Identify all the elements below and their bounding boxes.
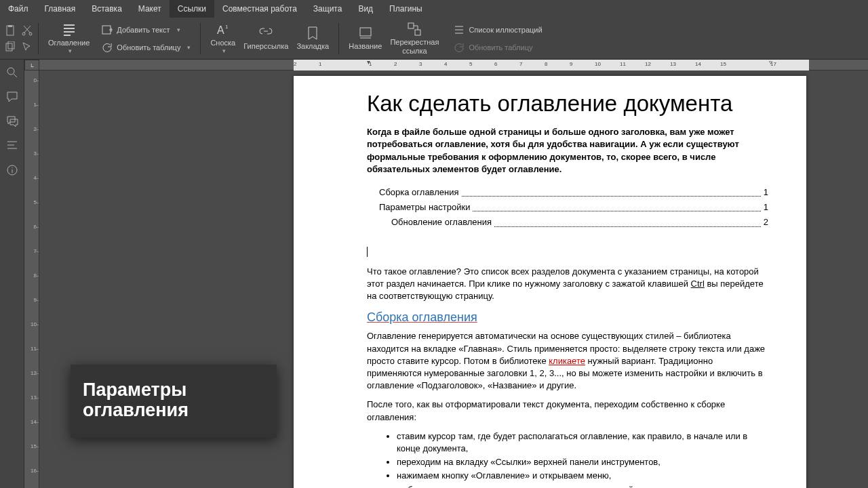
menu-плагины[interactable]: Плагины [381, 0, 431, 18]
add-text-button[interactable]: Добавить текст [98, 22, 195, 37]
copy-icon[interactable] [5, 41, 16, 52]
left-toolbar [0, 60, 24, 488]
svg-rect-11 [415, 30, 420, 35]
comment-icon[interactable] [6, 91, 18, 103]
link-icon [258, 26, 273, 41]
heading-nav-icon[interactable] [6, 140, 18, 152]
hyperlink-button[interactable]: Гиперссылка [239, 26, 292, 50]
refresh-icon [102, 42, 113, 53]
svg-rect-0 [7, 26, 14, 35]
footnote-button[interactable]: A1 Сноска [206, 22, 239, 55]
text-cursor [367, 247, 368, 257]
crossref-button[interactable]: Перекрестнаяссылка [386, 22, 443, 54]
toc-block[interactable]: Сборка оглавления 1Параметры настройки 1… [379, 186, 768, 229]
info-icon[interactable] [6, 164, 18, 176]
svg-text:A: A [217, 24, 224, 36]
bookmark-icon [305, 26, 320, 41]
svg-text:1: 1 [225, 24, 229, 30]
menu-вид[interactable]: Вид [350, 0, 381, 18]
menu-ссылки[interactable]: Ссылки [170, 0, 214, 18]
doc-title: Как сделать оглавление документа [367, 88, 768, 119]
ribbon: Оглавление Добавить текст Обновить табли… [0, 18, 868, 60]
svg-rect-1 [8, 25, 12, 27]
svg-point-12 [7, 68, 14, 75]
list-item: выбираем один из двух вариантов макета: … [397, 484, 768, 489]
list-item: нажимаем кнопку «Оглавление» и открываем… [397, 470, 768, 482]
add-text-icon [102, 24, 113, 35]
toc-entry[interactable]: Сборка оглавления 1 [379, 186, 768, 199]
refresh-icon [454, 42, 465, 53]
update-table-button[interactable]: Обновить таблицу [98, 40, 195, 55]
footnote-icon: A1 [216, 22, 231, 37]
menu-вставка[interactable]: Вставка [83, 0, 130, 18]
horizontal-ruler[interactable]: 2112345678910111213141517 ▾ ▿ [39, 60, 868, 70]
caption-icon [358, 26, 373, 41]
toc-entry[interactable]: Параметры настройки 1 [379, 201, 768, 214]
select-cursor-icon[interactable] [22, 41, 33, 52]
vertical-ruler[interactable]: 01234567891011121314151617 [24, 70, 39, 488]
paragraph: Что такое оглавление? Это список всех ра… [367, 266, 768, 303]
paragraph: После того, как вы отформатировали текст… [367, 399, 768, 423]
menu-макет[interactable]: Макет [130, 0, 170, 18]
svg-rect-3 [8, 41, 14, 49]
heading-2: Сборка оглавления [367, 309, 768, 326]
chat-icon[interactable] [6, 115, 18, 127]
cut-icon[interactable] [22, 25, 33, 36]
menu-главная[interactable]: Главная [37, 0, 84, 18]
paste-icon[interactable] [5, 25, 16, 36]
doc-intro: Когда в файле больше одной страницы и бо… [367, 126, 768, 176]
menu-защита[interactable]: Защита [305, 0, 351, 18]
menubar: ФайлГлавнаяВставкаМакетСсылкиСовместная … [0, 0, 868, 18]
bookmark-button[interactable]: Закладка [292, 26, 333, 50]
crossref-icon [407, 22, 422, 37]
list-illustrations-button[interactable]: Список иллюстраций [450, 22, 546, 37]
list-icon [454, 24, 465, 35]
page[interactable]: Как сделать оглавление документа Когда в… [294, 76, 806, 488]
list-item: переходим на вкладку «Ссылки» верхней па… [397, 456, 768, 468]
list-item: ставим курсор там, где будет располагать… [397, 430, 768, 455]
paragraph: Оглавление генерируется автоматически на… [367, 330, 768, 392]
menu-совместная работа[interactable]: Совместная работа [214, 0, 305, 18]
svg-rect-2 [6, 43, 12, 51]
update-table-disabled: Обновить таблицу [450, 40, 546, 55]
ruler-corner: ʟ [24, 60, 39, 70]
toc-entry[interactable]: Обновление оглавления 2 [391, 216, 768, 228]
search-icon[interactable] [6, 66, 18, 79]
caption-button[interactable]: Название [344, 26, 386, 50]
svg-rect-9 [360, 28, 371, 36]
toc-button[interactable]: Оглавление [44, 22, 94, 55]
menu-файл[interactable]: Файл [0, 0, 37, 18]
tooltip-overlay: Параметрыоглавления [71, 365, 277, 438]
svg-rect-10 [408, 23, 414, 28]
toc-icon [62, 22, 77, 37]
bullet-list: ставим курсор там, где будет располагать… [397, 430, 768, 488]
